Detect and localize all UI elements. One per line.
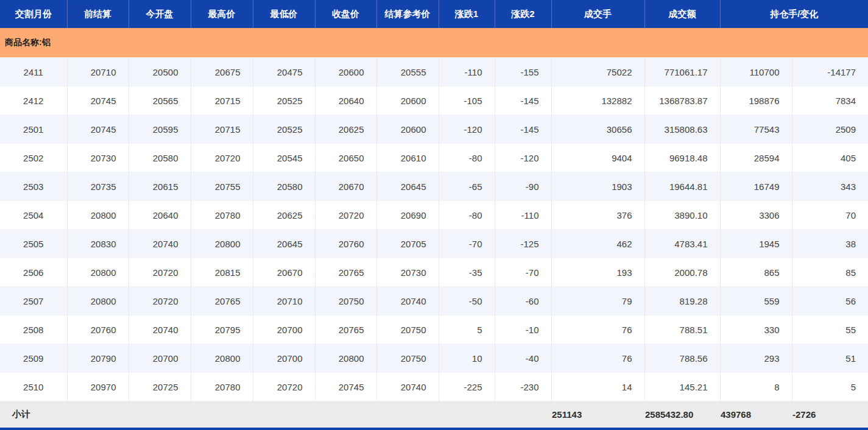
value-cell: 20525	[253, 115, 315, 144]
value-cell: 132882	[551, 86, 644, 115]
value-cell: 315808.63	[644, 115, 720, 144]
table-row[interactable]: 2412207452056520715205252064020600-105-1…	[0, 86, 868, 115]
value-cell: 20715	[191, 115, 253, 144]
column-header-change1: 涨跌1	[439, 0, 495, 28]
value-cell: -70	[439, 230, 495, 258]
value-cell: 865	[720, 258, 792, 287]
value-cell: 20580	[129, 144, 191, 172]
delivery-month-cell: 2509	[0, 344, 67, 373]
table-row[interactable]: 25082076020740207952070020765207505-1076…	[0, 315, 868, 344]
table-row[interactable]: 2506208002072020815206702076520730-35-70…	[0, 258, 868, 287]
value-cell: -110	[495, 201, 551, 230]
value-cell: -110	[439, 58, 495, 86]
value-cell: 20595	[129, 115, 191, 144]
value-cell: 20710	[67, 58, 129, 86]
futures-quotes-table: 交割月份 前结算 今开盘 最高价 最低价 收盘价 结算参考价 涨跌1 涨跌2 成…	[0, 0, 868, 428]
delivery-month-cell: 2501	[0, 115, 67, 144]
subtotal-cell	[439, 401, 495, 428]
value-cell: 20625	[253, 201, 315, 230]
value-cell: 20795	[191, 315, 253, 344]
value-cell: 20720	[191, 144, 253, 172]
value-cell: 193	[551, 258, 644, 287]
value-cell: 20745	[67, 86, 129, 115]
value-cell: 1945	[720, 230, 792, 258]
value-cell: 20565	[129, 86, 191, 115]
column-header-high: 最高价	[191, 0, 253, 28]
value-cell: 20640	[315, 86, 376, 115]
subtotal-cell	[315, 401, 376, 428]
subtotal-cell	[253, 401, 315, 428]
value-cell: -65	[439, 172, 495, 201]
header-row: 交割月份 前结算 今开盘 最高价 最低价 收盘价 结算参考价 涨跌1 涨跌2 成…	[0, 0, 868, 28]
table-row[interactable]: 2510209702072520780207202074520740-225-2…	[0, 373, 868, 401]
value-cell: 20765	[191, 287, 253, 315]
value-cell: 51	[792, 344, 868, 373]
delivery-month-cell: 2510	[0, 373, 67, 401]
delivery-month-cell: 2507	[0, 287, 67, 315]
table-row[interactable]: 2411207102050020675204752060020555-110-1…	[0, 58, 868, 86]
value-cell: 20650	[315, 144, 376, 172]
value-cell: -60	[495, 287, 551, 315]
value-cell: 30656	[551, 115, 644, 144]
value-cell: 559	[720, 287, 792, 315]
value-cell: 819.28	[644, 287, 720, 315]
value-cell: 293	[720, 344, 792, 373]
value-cell: 20555	[376, 58, 439, 86]
subtotal-cell	[376, 401, 439, 428]
column-header-settlement-ref: 结算参考价	[376, 0, 439, 28]
delivery-month-cell: 2508	[0, 315, 67, 344]
column-header-delivery-month: 交割月份	[0, 0, 67, 28]
value-cell: 20700	[253, 315, 315, 344]
value-cell: -125	[495, 230, 551, 258]
table-row[interactable]: 2504208002064020780206252072020690-80-11…	[0, 201, 868, 230]
value-cell: 376	[551, 201, 644, 230]
value-cell: 16749	[720, 172, 792, 201]
subtotal-row: 小计 251143 2585432.80 439768 -2726	[0, 401, 868, 428]
value-cell: 76	[551, 315, 644, 344]
table-row[interactable]: 250920790207002080020700208002075010-407…	[0, 344, 868, 373]
value-cell: 20790	[67, 344, 129, 373]
value-cell: 20670	[315, 172, 376, 201]
commodity-group-row: 商品名称:铝	[0, 28, 868, 58]
value-cell: 20800	[67, 258, 129, 287]
value-cell: 20750	[376, 344, 439, 373]
value-cell: 20600	[376, 115, 439, 144]
table-row[interactable]: 2502207302058020720205452065020610-80-12…	[0, 144, 868, 172]
table-row[interactable]: 2507208002072020765207102075020740-50-60…	[0, 287, 868, 315]
value-cell: 10	[439, 344, 495, 373]
subtotal-label: 小计	[0, 401, 67, 428]
table-row[interactable]: 2505208302074020800206452076020705-70-12…	[0, 230, 868, 258]
value-cell: 20780	[191, 201, 253, 230]
delivery-month-cell: 2411	[0, 58, 67, 86]
table-row[interactable]: 2503207352061520755205802067020645-65-90…	[0, 172, 868, 201]
value-cell: -120	[495, 144, 551, 172]
value-cell: 1903	[551, 172, 644, 201]
value-cell: 20730	[67, 144, 129, 172]
value-cell: 20600	[376, 86, 439, 115]
value-cell: 771061.17	[644, 58, 720, 86]
value-cell: 20800	[191, 344, 253, 373]
value-cell: 2000.78	[644, 258, 720, 287]
value-cell: 20800	[191, 230, 253, 258]
value-cell: 4783.41	[644, 230, 720, 258]
value-cell: -230	[495, 373, 551, 401]
subtotal-turnover: 2585432.80	[644, 401, 720, 428]
value-cell: 20730	[376, 258, 439, 287]
column-header-open: 今开盘	[129, 0, 191, 28]
value-cell: -70	[495, 258, 551, 287]
value-cell: 20750	[376, 315, 439, 344]
table-row[interactable]: 2501207452059520715205252062520600-120-1…	[0, 115, 868, 144]
subtotal-cell	[129, 401, 191, 428]
value-cell: 19644.81	[644, 172, 720, 201]
value-cell: 20700	[129, 344, 191, 373]
subtotal-cell	[67, 401, 129, 428]
value-cell: 79	[551, 287, 644, 315]
subtotal-oi-change: -2726	[792, 401, 868, 428]
value-cell: 20760	[315, 230, 376, 258]
value-cell: 20670	[253, 258, 315, 287]
value-cell: 20830	[67, 230, 129, 258]
column-header-change2: 涨跌2	[495, 0, 551, 28]
column-header-volume: 成交手	[551, 0, 644, 28]
value-cell: 145.21	[644, 373, 720, 401]
value-cell: 77543	[720, 115, 792, 144]
